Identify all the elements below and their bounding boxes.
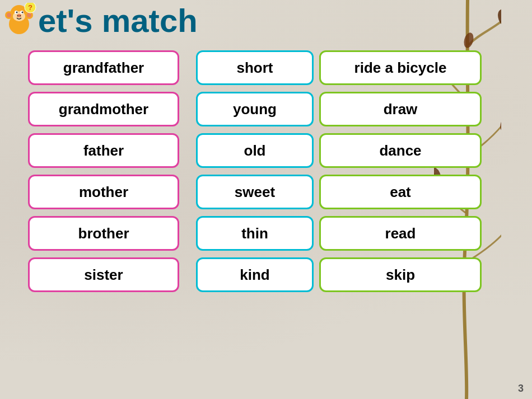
svg-point-15 xyxy=(16,12,18,13)
page-number: 3 xyxy=(518,383,524,395)
word-card-sister[interactable]: sister xyxy=(28,257,179,292)
svg-point-18 xyxy=(17,15,18,16)
word-card-skip[interactable]: skip xyxy=(319,257,482,292)
word-card-thin[interactable]: thin xyxy=(196,216,314,251)
word-card-kind[interactable]: kind xyxy=(196,257,314,292)
word-card-read[interactable]: read xyxy=(319,216,482,251)
actions-column: ride a bicycledrawdanceeatreadskip xyxy=(314,48,482,382)
content-columns: grandfathergrandmotherfathermotherbrothe… xyxy=(0,48,532,382)
adjectives-column: shortyoungoldsweetthinkind xyxy=(179,48,314,382)
word-card-brother[interactable]: brother xyxy=(28,216,179,251)
monkey-icon: ? xyxy=(1,3,38,39)
word-card-short[interactable]: short xyxy=(196,50,314,85)
word-card-old[interactable]: old xyxy=(196,133,314,168)
svg-point-11 xyxy=(27,13,31,17)
word-card-grandmother[interactable]: grandmother xyxy=(28,92,179,126)
svg-point-19 xyxy=(20,15,21,16)
svg-point-16 xyxy=(22,12,24,13)
word-card-draw[interactable]: draw xyxy=(319,92,482,126)
word-card-ride-a-bicycle[interactable]: ride a bicycle xyxy=(319,50,482,85)
word-card-mother[interactable]: mother xyxy=(28,175,179,209)
svg-point-9 xyxy=(7,13,11,17)
family-column: grandfathergrandmotherfathermotherbrothe… xyxy=(11,48,179,382)
word-card-grandfather[interactable]: grandfather xyxy=(28,50,179,85)
word-card-sweet[interactable]: sweet xyxy=(196,175,314,209)
word-card-dance[interactable]: dance xyxy=(319,133,482,168)
page-title: et's match xyxy=(38,4,198,37)
page-title-area: et's match xyxy=(38,4,198,37)
svg-point-1 xyxy=(463,31,475,49)
word-card-father[interactable]: father xyxy=(28,133,179,168)
word-card-young[interactable]: young xyxy=(196,92,314,126)
svg-text:?: ? xyxy=(28,3,32,12)
word-card-eat[interactable]: eat xyxy=(319,175,482,209)
